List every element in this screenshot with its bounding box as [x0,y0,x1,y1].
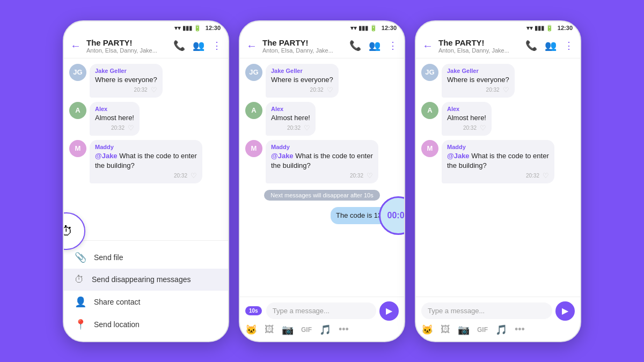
battery-icon-2: 🔋 [370,25,377,32]
msg-time-maddy-1: 20:32 [174,173,187,179]
msg-like-jake-3[interactable]: ♡ [503,86,509,94]
msg-like-jake-1[interactable]: ♡ [151,86,157,94]
more-toolbar-icon-2[interactable]: ••• [339,324,349,335]
video-icon-2[interactable]: 👥 [369,40,380,51]
phone-1: ▾▾ ▮▮▮ 🔋 12:30 ← The PARTY! Anton, Elsa,… [63,20,229,342]
more-icon-1[interactable]: ⋮ [212,40,222,51]
back-button-2[interactable]: ← [246,40,257,52]
call-icon-3[interactable]: 📞 [525,40,537,51]
battery-icon: 🔋 [194,25,201,32]
phone-3: ▾▾ ▮▮▮ 🔋 12:30 ← The PARTY! Anton, Elsa,… [415,20,581,342]
audio-icon-2[interactable]: 🎵 [319,324,331,336]
header-actions-1: 📞 👥 ⋮ [173,40,222,51]
mention-jake-2: @Jake [271,152,294,160]
timer-badge-2: 10s [245,306,262,315]
msg-like-alex-2[interactable]: ♡ [304,124,310,132]
send-file-icon: 📎 [75,252,86,263]
countdown-timer-2: 00:09 [379,196,404,235]
msg-time-jake-3: 20:32 [486,87,500,93]
message-input-2[interactable]: Type a message... [266,302,376,319]
send-button-2[interactable]: ▶ [379,301,399,321]
call-icon-2[interactable]: 📞 [349,40,361,51]
msg-text-maddy-1: @Jake What is the code to enter the buil… [95,151,197,171]
header-info-1: The PARTY! Anton, Elsa, Danny, Jake... [86,38,168,54]
send-button-3[interactable]: ▶ [555,301,575,321]
msg-time-alex-2: 20:32 [287,125,301,131]
disappearing-icon: ⏱ [75,274,84,285]
chat-subtitle-3: Anton, Elsa, Danny, Jake... [438,47,520,54]
msg-like-maddy-1[interactable]: ♡ [191,172,197,180]
chat-subtitle-2: Anton, Elsa, Danny, Jake... [262,47,344,54]
chat-header-3: ← The PARTY! Anton, Elsa, Danny, Jake...… [416,34,580,58]
camera-icon-2[interactable]: 📷 [282,324,294,336]
msg-meta-alex-3: 20:32 ♡ [447,124,486,132]
msg-bubble-alex-3: Alex Almost here! 20:32 ♡ [442,102,492,136]
msg-like-alex-3[interactable]: ♡ [480,124,486,132]
menu-share-contact[interactable]: 👤 Share contact [64,291,228,313]
msg-like-maddy-3[interactable]: ♡ [543,172,549,180]
audio-icon-3[interactable]: 🎵 [495,324,507,336]
more-icon-3[interactable]: ⋮ [564,40,574,51]
gallery-icon-2[interactable]: 🖼 [265,324,274,335]
chat-title-3: The PARTY! [438,38,520,47]
back-button-1[interactable]: ← [70,40,81,52]
menu-send-location[interactable]: 📍 Send location [64,313,228,336]
msg-like-alex-1[interactable]: ♡ [128,124,134,132]
msg-text-jake-3: Where is everyone? [447,75,509,85]
avatar-jake-2: JG [245,64,262,81]
status-time-3: 12:30 [558,25,573,31]
msg-bubble-maddy-1: Maddy @Jake What is the code to enter th… [90,140,202,183]
sticker-icon-3[interactable]: 🐱 [421,324,433,336]
messages-3: JG Jake Geller Where is everyone? 20:32 … [416,58,580,297]
gif-icon-2[interactable]: GIF [301,326,312,334]
chat-subtitle-1: Anton, Elsa, Danny, Jake... [86,47,168,54]
menu-send-file[interactable]: 📎 Send file [64,246,228,269]
gallery-icon-3[interactable]: 🖼 [441,324,450,335]
toolbar-icons-3: 🐱 🖼 📷 GIF 🎵 ••• [421,321,575,337]
avatar-maddy-3: M [421,140,438,157]
msg-text-alex-1: Almost here! [95,113,134,123]
msg-sender-alex-2: Alex [271,106,310,112]
back-button-3[interactable]: ← [422,40,433,52]
msg-time-alex-3: 20:32 [463,125,477,131]
message-row-alex-3: A Alex Almost here! 20:32 ♡ [421,102,575,136]
video-icon-1[interactable]: 👥 [193,40,204,51]
call-icon-1[interactable]: 📞 [173,40,185,51]
timer-count-2: 00:09 [387,211,404,220]
status-bar-1: ▾▾ ▮▮▮ 🔋 12:30 [64,21,228,34]
avatar-alex-1: A [69,102,86,119]
msg-text-maddy-3: @Jake What is the code to enter the buil… [447,151,549,171]
status-icons-2: ▾▾ ▮▮▮ 🔋 [350,25,377,32]
msg-bubble-jake-3: Jake Geller Where is everyone? 20:32 ♡ [442,64,515,98]
sent-message-2: The code is 1379# 00:09 [245,207,399,224]
avatar-jake-1: JG [69,64,86,81]
more-toolbar-icon-3[interactable]: ••• [515,324,525,335]
status-time-1: 12:30 [206,25,221,31]
video-icon-3[interactable]: 👥 [545,40,557,51]
msg-like-jake-2[interactable]: ♡ [327,86,333,94]
status-bar-2: ▾▾ ▮▮▮ 🔋 12:30 [240,21,404,34]
message-row-maddy-3: M Maddy @Jake What is the code to enter … [421,140,575,183]
message-row-alex-2: A Alex Almost here! 20:32 ♡ [245,102,399,136]
more-icon-2[interactable]: ⋮ [388,40,398,51]
wifi-icon-2: ▾▾ [350,25,357,32]
msg-bubble-maddy-3: Maddy @Jake What is the code to enter th… [442,140,554,183]
send-location-label: Send location [94,320,140,329]
msg-time-maddy-3: 20:32 [526,173,539,179]
msg-like-maddy-2[interactable]: ♡ [367,172,373,180]
msg-text-jake-2: Where is everyone? [271,75,333,85]
msg-meta-jake-3: 20:32 ♡ [447,86,509,94]
msg-bubble-maddy-2: Maddy @Jake What is the code to enter th… [266,140,378,183]
input-area-2: 10s Type a message... ▶ 🐱 🖼 📷 GIF 🎵 ••• [240,297,404,341]
sticker-icon-2[interactable]: 🐱 [245,324,257,336]
camera-icon-3[interactable]: 📷 [458,324,470,336]
chat-title-2: The PARTY! [262,38,344,47]
share-contact-label: Share contact [94,298,140,306]
header-info-3: The PARTY! Anton, Elsa, Danny, Jake... [438,38,520,54]
message-input-3[interactable]: Type a message... [421,302,552,319]
avatar-maddy-2: M [245,140,262,157]
gif-icon-3[interactable]: GIF [477,326,488,334]
msg-sender-maddy-2: Maddy [271,144,373,150]
input-row-2: 10s Type a message... ▶ [245,301,399,321]
menu-send-disappearing[interactable]: ⏱ Send disappearing messages [64,269,228,291]
